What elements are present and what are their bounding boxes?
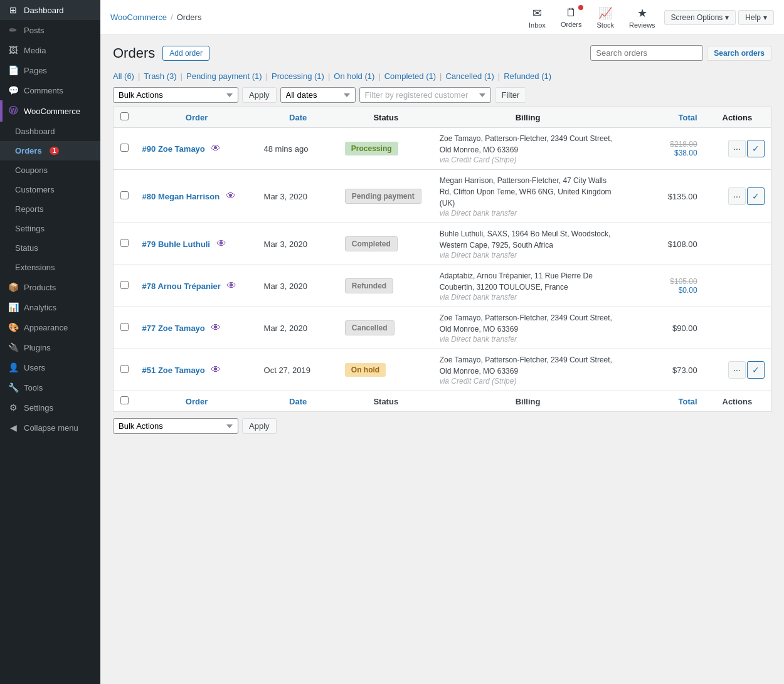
- sidebar-item-users[interactable]: 👤 Users: [0, 357, 100, 377]
- orders-notification-dot: [578, 5, 583, 10]
- sidebar-item-analytics[interactable]: 📊 Analytics: [0, 297, 100, 317]
- complete-order-button[interactable]: ✓: [747, 187, 765, 205]
- breadcrumb-woocommerce[interactable]: WooCommerce: [110, 13, 167, 22]
- order-date: Mar 2, 2020: [258, 307, 339, 349]
- filter-all[interactable]: All (6): [113, 71, 134, 81]
- sidebar-item-settings[interactable]: ⚙ Settings: [0, 397, 100, 418]
- view-order-icon[interactable]: 👁: [226, 191, 236, 201]
- row-checkbox[interactable]: [120, 191, 129, 199]
- reviews-button[interactable]: ★ Reviews: [623, 3, 662, 33]
- sidebar-item-woo-reports[interactable]: Reports: [0, 199, 100, 219]
- order-link[interactable]: #90 Zoe Tamayo: [142, 144, 205, 154]
- sidebar-item-pages[interactable]: 📄 Pages: [0, 60, 100, 80]
- row-checkbox[interactable]: [120, 144, 129, 152]
- th-billing: Billing: [433, 107, 623, 128]
- help-button[interactable]: Help ▾: [738, 10, 774, 25]
- sidebar-item-posts[interactable]: ✏ Posts: [0, 20, 100, 40]
- view-order-icon[interactable]: 👁: [211, 322, 221, 333]
- search-orders-area: Search orders: [590, 45, 771, 61]
- row-checkbox[interactable]: [120, 365, 129, 373]
- search-orders-input[interactable]: [590, 45, 703, 61]
- sidebar-item-tools[interactable]: 🔧 Tools: [0, 377, 100, 397]
- stock-button[interactable]: 📈 Stock: [591, 3, 621, 33]
- more-actions-button[interactable]: ···: [728, 361, 746, 379]
- billing-info: Buhle Luthuli, SAXS, 1964 Bo Meul St, Wo…: [433, 223, 623, 265]
- apply-button-top[interactable]: Apply: [242, 87, 277, 103]
- screen-options-button[interactable]: Screen Options ▾: [664, 10, 736, 25]
- th-checkbox: [114, 107, 136, 128]
- view-order-icon[interactable]: 👁: [211, 143, 221, 154]
- filter-cancelled[interactable]: Cancelled (1): [445, 71, 494, 81]
- filter-on-hold[interactable]: On hold (1): [334, 71, 374, 81]
- status-badge: Completed: [345, 236, 398, 251]
- complete-order-button[interactable]: ✓: [747, 140, 765, 157]
- filter-completed[interactable]: Completed (1): [384, 71, 436, 81]
- complete-order-button[interactable]: ✓: [747, 361, 765, 379]
- order-link[interactable]: #51 Zoe Tamayo: [142, 366, 205, 375]
- pages-icon: 📄: [8, 65, 19, 75]
- select-all-footer-checkbox[interactable]: [120, 396, 129, 404]
- sidebar-item-plugins[interactable]: 🔌 Plugins: [0, 337, 100, 357]
- filter-pending[interactable]: Pending payment (1): [186, 71, 262, 81]
- tfoot-date[interactable]: Date: [258, 391, 339, 412]
- order-link[interactable]: #79 Buhle Luthuli: [142, 239, 210, 249]
- view-order-icon[interactable]: 👁: [216, 238, 226, 249]
- order-actions: ···✓: [704, 128, 771, 170]
- order-link[interactable]: #77 Zoe Tamayo: [142, 324, 205, 333]
- filter-button[interactable]: Filter: [495, 87, 527, 103]
- sidebar-item-collapse[interactable]: ◀ Collapse menu: [0, 418, 100, 438]
- sidebar-item-woocommerce[interactable]: Ⓦ WooCommerce: [0, 100, 100, 122]
- filter-refunded[interactable]: Refunded (1): [504, 71, 551, 81]
- orders-badge: 1: [50, 147, 60, 155]
- sidebar-item-woo-status[interactable]: Status: [0, 238, 100, 258]
- th-order[interactable]: Order: [136, 107, 258, 128]
- order-link[interactable]: #80 Megan Harrison: [142, 192, 220, 201]
- row-checkbox[interactable]: [120, 239, 129, 247]
- inbox-button[interactable]: ✉ Inbox: [522, 3, 552, 33]
- date-filter-select[interactable]: All datesMarch 2020February 2020October …: [280, 87, 356, 103]
- dashboard-icon: ⊞: [8, 5, 19, 15]
- sidebar-item-appearance[interactable]: 🎨 Appearance: [0, 317, 100, 337]
- woo-extensions-label: Extensions: [15, 263, 55, 272]
- status-badge: Pending payment: [345, 189, 421, 204]
- tfoot-total[interactable]: Total: [622, 391, 703, 412]
- th-total[interactable]: Total: [622, 107, 703, 128]
- th-status: Status: [339, 107, 433, 128]
- sidebar-item-comments[interactable]: 💬 Comments: [0, 80, 100, 100]
- add-order-button[interactable]: Add order: [162, 46, 209, 61]
- orders-button[interactable]: 🗒 Orders: [554, 3, 588, 32]
- sidebar-item-woo-customers[interactable]: Customers: [0, 180, 100, 199]
- view-order-icon[interactable]: 👁: [226, 280, 236, 291]
- filter-trash[interactable]: Trash (3): [144, 71, 176, 81]
- search-orders-button[interactable]: Search orders: [707, 46, 771, 61]
- more-actions-button[interactable]: ···: [728, 140, 746, 157]
- row-checkbox[interactable]: [120, 281, 129, 289]
- sidebar-item-woo-dashboard[interactable]: Dashboard: [0, 122, 100, 141]
- customer-filter-select[interactable]: Filter by registered customerZoe TamayoM…: [359, 87, 491, 103]
- th-date[interactable]: Date: [258, 107, 339, 128]
- sidebar-item-products[interactable]: 📦 Products: [0, 277, 100, 297]
- apply-button-bottom[interactable]: Apply: [242, 418, 277, 434]
- top-toolbar: Bulk ActionsMark processingMark on-holdM…: [113, 87, 771, 103]
- select-all-checkbox[interactable]: [120, 112, 129, 120]
- help-chevron: ▾: [763, 13, 767, 22]
- sidebar-item-woo-settings[interactable]: Settings: [0, 219, 100, 238]
- sidebar-item-woo-coupons[interactable]: Coupons: [0, 160, 100, 180]
- sidebar-item-woo-extensions[interactable]: Extensions: [0, 258, 100, 277]
- more-actions-button[interactable]: ···: [728, 187, 746, 205]
- bulk-actions-select[interactable]: Bulk ActionsMark processingMark on-holdM…: [113, 87, 238, 103]
- order-link[interactable]: #78 Arnou Trépanier: [142, 281, 221, 291]
- page-title-row: Orders Add order: [113, 45, 209, 61]
- woo-customers-label: Customers: [15, 185, 55, 194]
- sidebar-item-woo-orders[interactable]: Orders 1: [0, 141, 100, 160]
- comments-icon: 💬: [8, 85, 19, 95]
- view-order-icon[interactable]: 👁: [211, 364, 221, 375]
- bulk-actions-select-bottom[interactable]: Bulk ActionsMark processingMark on-holdM…: [113, 418, 238, 434]
- row-checkbox[interactable]: [120, 323, 129, 331]
- order-actions: [704, 307, 771, 349]
- sidebar-item-media[interactable]: 🖼 Media: [0, 40, 100, 60]
- sidebar-item-dashboard[interactable]: ⊞ Dashboard: [0, 0, 100, 20]
- tfoot-order[interactable]: Order: [136, 391, 258, 412]
- inbox-label: Inbox: [529, 21, 546, 29]
- filter-processing[interactable]: Processing (1): [272, 71, 324, 81]
